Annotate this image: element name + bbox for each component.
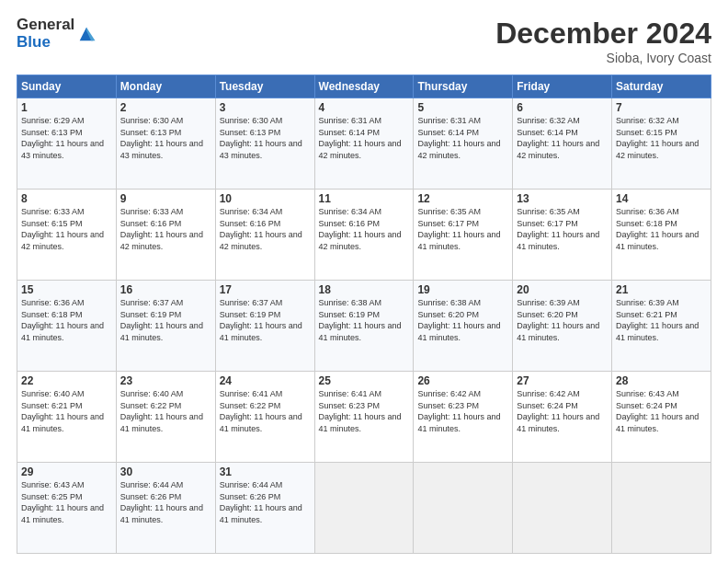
day-number: 9 [120, 192, 211, 205]
day-number: 28 [616, 374, 707, 387]
day-number: 25 [319, 374, 410, 387]
calendar-cell [314, 463, 414, 554]
calendar-cell: 6Sunrise: 6:32 AM Sunset: 6:14 PM Daylig… [513, 98, 612, 190]
day-detail: Sunrise: 6:44 AM Sunset: 6:26 PM Dayligh… [120, 480, 203, 524]
day-detail: Sunrise: 6:43 AM Sunset: 6:25 PM Dayligh… [21, 480, 104, 524]
day-number: 24 [220, 374, 311, 387]
day-detail: Sunrise: 6:38 AM Sunset: 6:20 PM Dayligh… [417, 298, 500, 342]
day-header-wednesday: Wednesday [314, 75, 414, 98]
day-detail: Sunrise: 6:40 AM Sunset: 6:22 PM Dayligh… [120, 389, 203, 433]
day-header-saturday: Saturday [612, 75, 711, 98]
calendar-cell: 29Sunrise: 6:43 AM Sunset: 6:25 PM Dayli… [17, 463, 117, 554]
day-detail: Sunrise: 6:34 AM Sunset: 6:16 PM Dayligh… [319, 207, 402, 251]
calendar-cell: 24Sunrise: 6:41 AM Sunset: 6:22 PM Dayli… [215, 372, 314, 463]
calendar-week-1: 1Sunrise: 6:29 AM Sunset: 6:13 PM Daylig… [17, 98, 711, 190]
day-detail: Sunrise: 6:41 AM Sunset: 6:22 PM Dayligh… [220, 389, 302, 433]
day-number: 11 [319, 192, 410, 205]
day-detail: Sunrise: 6:31 AM Sunset: 6:14 PM Dayligh… [417, 116, 500, 160]
day-detail: Sunrise: 6:38 AM Sunset: 6:19 PM Dayligh… [319, 298, 402, 342]
calendar-cell: 4Sunrise: 6:31 AM Sunset: 6:14 PM Daylig… [314, 98, 414, 190]
day-number: 17 [220, 283, 311, 296]
calendar-cell: 17Sunrise: 6:37 AM Sunset: 6:19 PM Dayli… [215, 281, 314, 372]
logo-blue: Blue [17, 34, 74, 52]
title-block: December 2024 Sioba, Ivory Coast [495, 17, 711, 65]
calendar-cell: 3Sunrise: 6:30 AM Sunset: 6:13 PM Daylig… [215, 98, 314, 190]
day-detail: Sunrise: 6:30 AM Sunset: 6:13 PM Dayligh… [120, 116, 203, 160]
calendar-cell: 20Sunrise: 6:39 AM Sunset: 6:20 PM Dayli… [513, 281, 612, 372]
day-number: 16 [120, 283, 211, 296]
calendar-cell: 30Sunrise: 6:44 AM Sunset: 6:26 PM Dayli… [116, 463, 215, 554]
day-header-friday: Friday [513, 75, 612, 98]
calendar-header-row: SundayMondayTuesdayWednesdayThursdayFrid… [17, 75, 711, 98]
day-number: 8 [21, 192, 112, 205]
day-detail: Sunrise: 6:37 AM Sunset: 6:19 PM Dayligh… [220, 298, 302, 342]
day-header-sunday: Sunday [17, 75, 117, 98]
calendar-cell: 28Sunrise: 6:43 AM Sunset: 6:24 PM Dayli… [612, 372, 711, 463]
calendar-cell: 18Sunrise: 6:38 AM Sunset: 6:19 PM Dayli… [314, 281, 414, 372]
day-detail: Sunrise: 6:32 AM Sunset: 6:15 PM Dayligh… [616, 116, 699, 160]
logo-text: General Blue [17, 17, 74, 51]
day-detail: Sunrise: 6:42 AM Sunset: 6:24 PM Dayligh… [517, 389, 599, 433]
day-detail: Sunrise: 6:34 AM Sunset: 6:16 PM Dayligh… [220, 207, 302, 251]
day-number: 20 [517, 283, 608, 296]
subtitle: Sioba, Ivory Coast [495, 51, 711, 65]
day-detail: Sunrise: 6:33 AM Sunset: 6:15 PM Dayligh… [21, 207, 104, 251]
calendar-week-3: 15Sunrise: 6:36 AM Sunset: 6:18 PM Dayli… [17, 281, 711, 372]
calendar-week-4: 22Sunrise: 6:40 AM Sunset: 6:21 PM Dayli… [17, 372, 711, 463]
day-detail: Sunrise: 6:35 AM Sunset: 6:17 PM Dayligh… [417, 207, 500, 251]
calendar-cell: 15Sunrise: 6:36 AM Sunset: 6:18 PM Dayli… [17, 281, 117, 372]
calendar-cell: 22Sunrise: 6:40 AM Sunset: 6:21 PM Dayli… [17, 372, 117, 463]
day-detail: Sunrise: 6:44 AM Sunset: 6:26 PM Dayligh… [220, 480, 302, 524]
day-detail: Sunrise: 6:39 AM Sunset: 6:21 PM Dayligh… [616, 298, 699, 342]
calendar-week-2: 8Sunrise: 6:33 AM Sunset: 6:15 PM Daylig… [17, 190, 711, 281]
day-number: 5 [417, 101, 508, 114]
calendar-cell: 21Sunrise: 6:39 AM Sunset: 6:21 PM Dayli… [612, 281, 711, 372]
day-detail: Sunrise: 6:33 AM Sunset: 6:16 PM Dayligh… [120, 207, 203, 251]
calendar-cell: 14Sunrise: 6:36 AM Sunset: 6:18 PM Dayli… [612, 190, 711, 281]
calendar-cell: 5Sunrise: 6:31 AM Sunset: 6:14 PM Daylig… [414, 98, 513, 190]
day-detail: Sunrise: 6:39 AM Sunset: 6:20 PM Dayligh… [517, 298, 599, 342]
day-number: 10 [220, 192, 311, 205]
day-number: 31 [220, 465, 311, 478]
calendar-cell: 7Sunrise: 6:32 AM Sunset: 6:15 PM Daylig… [612, 98, 711, 190]
day-number: 21 [616, 283, 707, 296]
day-number: 22 [21, 374, 112, 387]
calendar-cell [414, 463, 513, 554]
day-detail: Sunrise: 6:40 AM Sunset: 6:21 PM Dayligh… [21, 389, 104, 433]
day-number: 1 [21, 101, 112, 114]
header: General Blue December 2024 Sioba, Ivory … [17, 17, 711, 65]
calendar-cell: 26Sunrise: 6:42 AM Sunset: 6:23 PM Dayli… [414, 372, 513, 463]
logo-general: General [17, 17, 74, 34]
day-number: 6 [517, 101, 608, 114]
day-number: 7 [616, 101, 707, 114]
calendar-cell: 19Sunrise: 6:38 AM Sunset: 6:20 PM Dayli… [414, 281, 513, 372]
day-detail: Sunrise: 6:29 AM Sunset: 6:13 PM Dayligh… [21, 116, 104, 160]
day-number: 3 [220, 101, 311, 114]
calendar-cell: 10Sunrise: 6:34 AM Sunset: 6:16 PM Dayli… [215, 190, 314, 281]
day-number: 19 [417, 283, 508, 296]
calendar-week-5: 29Sunrise: 6:43 AM Sunset: 6:25 PM Dayli… [17, 463, 711, 554]
day-number: 23 [120, 374, 211, 387]
calendar-table: SundayMondayTuesdayWednesdayThursdayFrid… [17, 75, 711, 554]
calendar-cell: 12Sunrise: 6:35 AM Sunset: 6:17 PM Dayli… [414, 190, 513, 281]
calendar-cell: 25Sunrise: 6:41 AM Sunset: 6:23 PM Dayli… [314, 372, 414, 463]
day-header-monday: Monday [116, 75, 215, 98]
day-number: 4 [319, 101, 410, 114]
day-detail: Sunrise: 6:36 AM Sunset: 6:18 PM Dayligh… [21, 298, 104, 342]
day-number: 18 [319, 283, 410, 296]
calendar-cell: 9Sunrise: 6:33 AM Sunset: 6:16 PM Daylig… [116, 190, 215, 281]
day-detail: Sunrise: 6:42 AM Sunset: 6:23 PM Dayligh… [417, 389, 500, 433]
calendar-cell: 31Sunrise: 6:44 AM Sunset: 6:26 PM Dayli… [215, 463, 314, 554]
main-title: December 2024 [495, 17, 711, 51]
day-detail: Sunrise: 6:31 AM Sunset: 6:14 PM Dayligh… [319, 116, 402, 160]
day-detail: Sunrise: 6:30 AM Sunset: 6:13 PM Dayligh… [220, 116, 302, 160]
day-number: 2 [120, 101, 211, 114]
calendar-cell: 16Sunrise: 6:37 AM Sunset: 6:19 PM Dayli… [116, 281, 215, 372]
calendar-cell: 1Sunrise: 6:29 AM Sunset: 6:13 PM Daylig… [17, 98, 117, 190]
calendar-cell: 23Sunrise: 6:40 AM Sunset: 6:22 PM Dayli… [116, 372, 215, 463]
day-number: 14 [616, 192, 707, 205]
day-detail: Sunrise: 6:43 AM Sunset: 6:24 PM Dayligh… [616, 389, 699, 433]
calendar-cell: 27Sunrise: 6:42 AM Sunset: 6:24 PM Dayli… [513, 372, 612, 463]
day-detail: Sunrise: 6:37 AM Sunset: 6:19 PM Dayligh… [120, 298, 203, 342]
calendar-cell [513, 463, 612, 554]
